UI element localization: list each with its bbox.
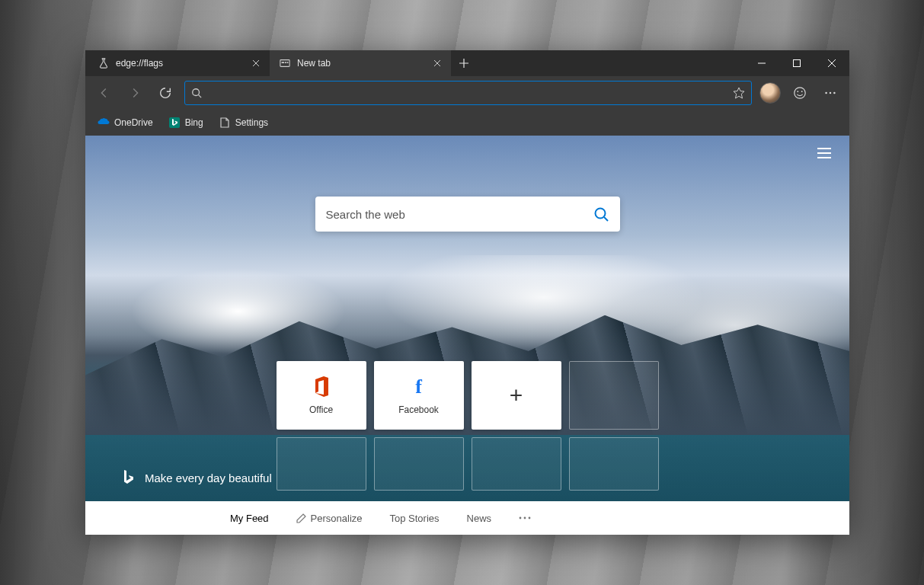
svg-point-10: [830, 92, 832, 94]
tile-placeholder[interactable]: [277, 437, 366, 491]
flask-icon: [98, 57, 110, 69]
newtab-icon: [279, 57, 291, 69]
favorite-onedrive[interactable]: OneDrive: [91, 113, 159, 132]
tab-title: New tab: [297, 58, 425, 69]
tile-placeholder[interactable]: [569, 361, 659, 430]
feed-bar: My Feed Personalize Top Stories News: [85, 501, 849, 535]
top-sites-row-2: [277, 437, 659, 491]
tagline-text: Make every day beautiful: [145, 472, 272, 484]
favorite-label: Settings: [235, 117, 268, 128]
svg-rect-12: [169, 117, 180, 128]
feed-more[interactable]: [519, 516, 531, 519]
svg-rect-3: [285, 62, 286, 63]
svg-point-9: [825, 92, 827, 94]
svg-point-15: [524, 517, 526, 519]
bing-logo-icon: [122, 469, 136, 486]
nav-bar: [85, 76, 849, 110]
svg-rect-0: [794, 60, 801, 67]
facebook-icon: f: [415, 376, 422, 398]
tab-strip: edge://flags New tab: [85, 50, 849, 76]
bing-icon: [168, 117, 181, 129]
feed-my-feed[interactable]: My Feed: [230, 513, 269, 524]
page-icon: [219, 117, 231, 129]
favorite-label: Bing: [185, 117, 203, 128]
feed-news[interactable]: News: [467, 513, 492, 524]
svg-point-5: [193, 89, 200, 96]
tile-label: Office: [309, 404, 333, 415]
feed-personalize[interactable]: Personalize: [296, 513, 363, 524]
tile-placeholder[interactable]: [374, 437, 464, 491]
svg-point-7: [797, 91, 798, 92]
pencil-icon: [296, 513, 306, 523]
tile-facebook[interactable]: f Facebook: [374, 361, 464, 430]
svg-rect-2: [282, 62, 285, 63]
forward-button[interactable]: [123, 82, 146, 104]
address-bar[interactable]: [184, 81, 752, 105]
refresh-button[interactable]: [154, 82, 177, 104]
feed-top-stories[interactable]: Top Stories: [390, 513, 440, 524]
favorite-star-icon[interactable]: [733, 87, 745, 99]
close-tab-button[interactable]: [431, 57, 443, 69]
search-input[interactable]: [326, 208, 593, 221]
favorite-settings[interactable]: Settings: [213, 113, 274, 132]
bing-tagline: Make every day beautiful: [122, 469, 272, 486]
tab-flags[interactable]: edge://flags: [88, 50, 270, 76]
menu-button[interactable]: [819, 82, 842, 104]
search-icon[interactable]: [593, 206, 609, 222]
profile-avatar[interactable]: [759, 82, 781, 104]
window-controls: [744, 50, 849, 76]
address-input[interactable]: [209, 88, 725, 99]
back-button[interactable]: [93, 82, 116, 104]
tile-office[interactable]: Office: [277, 361, 366, 430]
favorite-label: OneDrive: [114, 117, 153, 128]
svg-point-11: [833, 92, 836, 94]
tile-add[interactable]: +: [472, 361, 561, 430]
onedrive-icon: [98, 117, 110, 129]
browser-window: edge://flags New tab: [85, 50, 849, 535]
svg-point-16: [529, 517, 531, 519]
web-search-box[interactable]: [315, 197, 620, 232]
top-sites-row-1: Office f Facebook +: [277, 361, 659, 430]
feedback-icon[interactable]: [788, 82, 811, 104]
svg-point-8: [801, 91, 803, 92]
favorite-bing[interactable]: Bing: [162, 113, 209, 132]
svg-rect-4: [287, 62, 289, 63]
close-button[interactable]: [814, 50, 849, 76]
svg-point-6: [795, 88, 805, 98]
new-tab-button[interactable]: [451, 50, 477, 76]
svg-point-13: [595, 209, 605, 219]
tab-title: edge://flags: [116, 58, 244, 69]
tab-new[interactable]: New tab: [270, 50, 451, 76]
search-icon: [191, 88, 202, 98]
svg-point-14: [520, 517, 522, 519]
tile-placeholder[interactable]: [472, 437, 561, 491]
plus-icon: +: [510, 382, 523, 408]
maximize-button[interactable]: [779, 50, 814, 76]
new-tab-page: Office f Facebook + Make every day beaut…: [85, 136, 849, 535]
favorites-bar: OneDrive Bing Settings: [85, 110, 849, 136]
close-tab-button[interactable]: [250, 57, 262, 69]
tile-label: Facebook: [398, 404, 439, 415]
office-icon: [312, 376, 331, 398]
minimize-button[interactable]: [744, 50, 779, 76]
tile-placeholder[interactable]: [569, 437, 659, 491]
page-settings-button[interactable]: [816, 146, 833, 160]
